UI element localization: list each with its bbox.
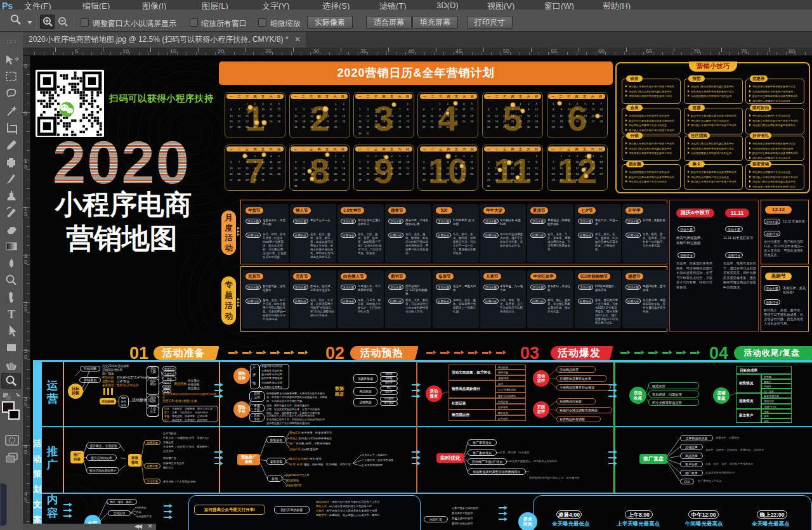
svg-text:T: T [8, 308, 15, 321]
